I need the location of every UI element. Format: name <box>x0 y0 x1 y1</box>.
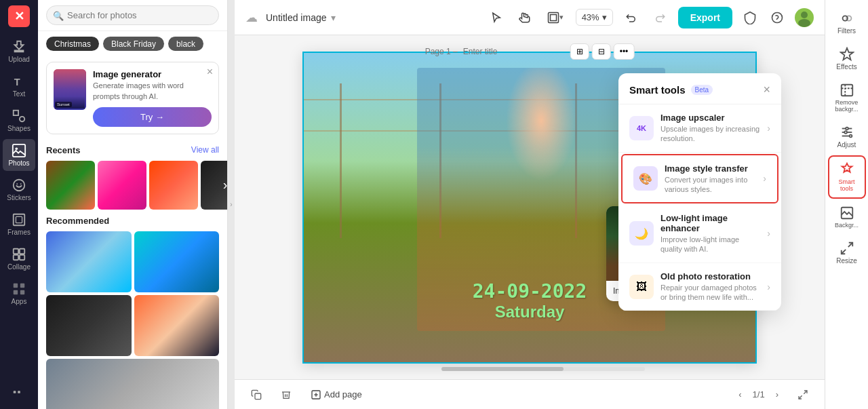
recent-photo-food[interactable] <box>46 161 95 210</box>
tag-black[interactable]: black <box>168 37 203 51</box>
sidebar-item-stickers[interactable]: Stickers <box>3 174 35 206</box>
fullscreen-button[interactable] <box>792 387 814 403</box>
sidebar-item-more[interactable] <box>3 381 35 404</box>
right-tool-smart-tools[interactable]: Smart tools <box>828 155 866 199</box>
style-transfer-arrow-icon: › <box>763 173 766 184</box>
app-logo[interactable]: ✕ <box>8 5 30 27</box>
svg-rect-33 <box>841 85 852 96</box>
help-icon-button[interactable] <box>768 8 787 27</box>
prev-page-button[interactable]: ‹ <box>733 387 747 402</box>
low-light-arrow-icon: › <box>767 228 770 239</box>
svg-rect-12 <box>14 255 18 260</box>
canvas-date-overlay: 24-09-2022 Saturday <box>473 280 587 322</box>
page-layout-button[interactable]: ⊞ <box>570 43 589 60</box>
sidebar-item-collage[interactable]: Collage <box>3 243 35 275</box>
page-label-bar: Page 1 – ⊞ ⊟ ••• <box>425 43 635 60</box>
remove-bg-label: Remove backgr... <box>832 99 862 113</box>
smart-tool-image-upscaler[interactable]: 4K Image upscaler Upscale images by incr… <box>618 104 781 153</box>
page-title-input[interactable] <box>463 47 565 56</box>
recent-photo-pink[interactable] <box>98 161 146 210</box>
add-page-button[interactable]: Add page <box>305 387 368 403</box>
upscaler-icon: 4K <box>629 116 654 140</box>
svg-point-22 <box>772 12 783 22</box>
smart-tools-header: Smart tools Beta × <box>618 73 781 104</box>
copy-page-button[interactable] <box>245 387 267 403</box>
sidebar-item-text[interactable]: T Text <box>3 70 35 102</box>
search-input-wrap: 🔍 <box>46 5 219 25</box>
smart-tools-label: Smart tools <box>833 178 861 192</box>
sidebar-item-apps[interactable]: Apps <box>3 277 35 309</box>
recommended-title: Recommended <box>46 216 109 226</box>
tag-christmas[interactable]: Christmas <box>46 37 99 51</box>
right-tool-background[interactable]: Backgr... <box>828 200 866 234</box>
sidebar-item-shapes[interactable]: Shapes <box>3 104 35 136</box>
page-grid-button[interactable]: ⊟ <box>592 43 611 60</box>
chevron-down-icon[interactable]: ▾ <box>331 12 336 23</box>
sidebar-item-frames[interactable]: Frames <box>3 208 35 240</box>
right-tool-resize[interactable]: Resize <box>828 235 866 270</box>
bottom-bar: Add page ‹ 1/1 › <box>235 379 825 409</box>
upscaler-desc: Upscale images by increasing resolution. <box>660 124 760 144</box>
hand-tool-button[interactable] <box>515 7 535 28</box>
recommended-photo-4[interactable] <box>134 295 220 356</box>
recommended-photo-1[interactable] <box>46 231 132 292</box>
recommended-photo-2[interactable] <box>134 231 220 292</box>
undo-button[interactable] <box>621 7 642 28</box>
shield-icon-button[interactable] <box>741 8 760 27</box>
frame-tool-button[interactable]: ▾ <box>543 7 568 28</box>
sidebar-item-upload[interactable]: Upload <box>3 35 35 67</box>
tag-black-friday[interactable]: Black Friday <box>103 37 164 51</box>
smart-tool-photo-restoration[interactable]: 🖼 Old photo restoration Repair your dama… <box>618 263 781 311</box>
svg-line-45 <box>841 250 845 254</box>
recents-view-all[interactable]: View all <box>191 145 219 155</box>
recent-photo-arrow[interactable] <box>149 161 198 210</box>
recent-photo-more[interactable]: › <box>201 161 227 210</box>
svg-line-30 <box>799 395 802 399</box>
right-tool-filters[interactable]: Filters <box>828 5 866 40</box>
next-page-button[interactable]: › <box>770 387 784 402</box>
recommended-grid <box>38 229 227 409</box>
select-tool-button[interactable] <box>486 7 507 28</box>
smart-tool-low-light[interactable]: 🌙 Low-light image enhancer Improve low-l… <box>618 205 781 263</box>
svg-rect-25 <box>255 393 261 400</box>
panel-resize-handle[interactable]: › <box>228 0 235 409</box>
page-more-button[interactable]: ••• <box>614 43 635 60</box>
filters-label: Filters <box>837 27 856 35</box>
svg-point-2 <box>20 117 24 121</box>
restoration-text: Old photo restoration Repair your damage… <box>660 271 760 303</box>
style-transfer-desc: Convert your images into various styles. <box>665 175 756 195</box>
smart-tool-style-transfer[interactable]: 🎨 Image style transfer Convert your imag… <box>621 154 778 204</box>
zoom-control[interactable]: 43% ▾ <box>576 9 613 26</box>
thumbnail-label: Sunset <box>55 102 72 107</box>
svg-rect-10 <box>14 249 18 254</box>
smart-tools-close-button[interactable]: × <box>763 83 770 97</box>
right-tool-remove-bg[interactable]: Remove backgr... <box>828 77 866 118</box>
delete-page-button[interactable] <box>275 387 297 403</box>
horizontal-scrollbar[interactable] <box>441 367 645 371</box>
right-tool-adjust[interactable]: Adjust <box>828 119 866 154</box>
svg-point-23 <box>801 12 808 18</box>
image-generator-try-button[interactable]: Try → <box>93 107 212 127</box>
scrollbar-thumb <box>441 367 564 371</box>
user-avatar[interactable] <box>795 8 814 27</box>
redo-button[interactable] <box>650 7 670 28</box>
beta-badge: Beta <box>691 85 713 95</box>
search-bar: 🔍 <box>38 0 227 31</box>
add-page-label: Add page <box>324 389 362 400</box>
cloud-icon: ☁ <box>245 10 258 25</box>
smart-tools-panel: Smart tools Beta × 4K Image upscaler Ups… <box>618 73 781 311</box>
style-transfer-text: Image style transfer Convert your images… <box>665 163 756 195</box>
svg-rect-13 <box>20 255 24 260</box>
image-generator-title: Image generator <box>93 69 212 79</box>
export-button[interactable]: Export <box>678 7 732 28</box>
svg-rect-17 <box>20 290 24 294</box>
recents-section-header: Recents View all <box>38 140 227 158</box>
image-generator-close-button[interactable]: × <box>207 66 213 77</box>
restoration-desc: Repair your damaged photos or bring them… <box>660 283 760 303</box>
recommended-photo-5[interactable] <box>46 359 219 409</box>
search-input[interactable] <box>46 5 219 25</box>
recommended-photo-3[interactable] <box>46 295 132 356</box>
svg-point-5 <box>14 180 25 191</box>
right-tool-effects[interactable]: Effects <box>828 41 866 76</box>
sidebar-item-photos[interactable]: Photos <box>3 139 35 171</box>
